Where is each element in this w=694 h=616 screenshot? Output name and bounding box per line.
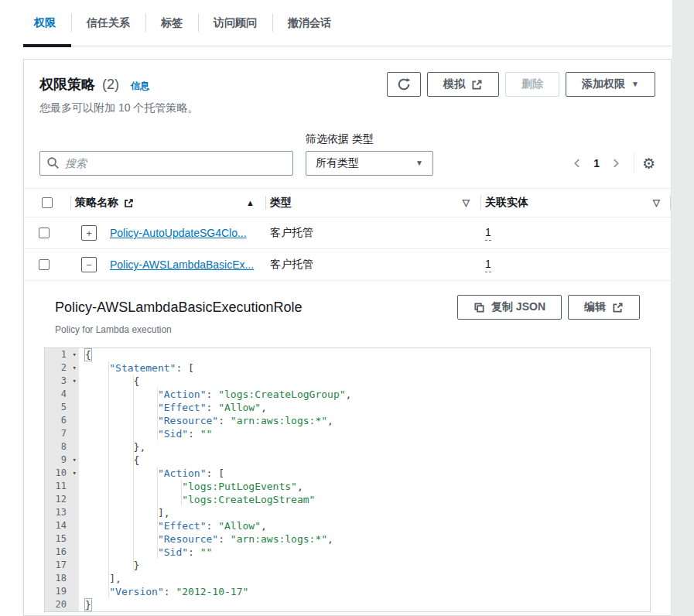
simulate-button[interactable]: 模拟 (427, 72, 499, 97)
json-punctuation: { (134, 454, 140, 466)
json-punctuation: , (327, 533, 333, 545)
line-number-gutter: 14 (45, 519, 79, 532)
code-line: 19"Version": "2012-10-17" (45, 585, 650, 598)
next-page-button[interactable] (606, 158, 626, 169)
column-header-type[interactable]: 类型 ▽ (265, 189, 480, 217)
copy-json-button[interactable]: 复制 JSON (457, 295, 562, 320)
code-content[interactable]: "Resource": "arn:aws:logs:*", (79, 414, 650, 427)
json-string: "Allow" (218, 520, 261, 532)
fold-toggle-icon[interactable]: ▾ (73, 348, 77, 361)
column-header-policy-name[interactable]: 策略名称 ▲ (70, 189, 265, 217)
json-punctuation: : (188, 546, 200, 558)
code-content[interactable]: { (79, 375, 650, 388)
code-content[interactable]: "logs:PutLogEvents", (79, 480, 650, 493)
previous-page-button[interactable] (567, 158, 587, 169)
edit-button[interactable]: 编辑 (568, 295, 640, 320)
code-content[interactable]: } (79, 559, 650, 572)
attached-entities-link[interactable]: 1 (485, 257, 491, 272)
code-content[interactable]: { (79, 453, 650, 467)
line-number-gutter: 17 (45, 559, 79, 572)
line-number-gutter: 12 (45, 493, 79, 506)
code-content[interactable]: "Resource": "arn:aws:logs:*", (79, 532, 650, 546)
json-key: "Statement" (109, 362, 176, 374)
line-number: 17 (56, 560, 67, 570)
type-filter-label: 筛选依据 类型 (306, 132, 433, 146)
delete-button[interactable]: 删除 (505, 72, 559, 97)
code-line: 16"Sid": "" (45, 546, 650, 559)
row-checkbox[interactable] (39, 259, 50, 270)
indent-guide (85, 493, 182, 506)
type-filter-select[interactable]: 所有类型 ▼ (306, 151, 433, 176)
attached-entities-link[interactable]: 1 (485, 225, 491, 240)
code-content[interactable]: "Action": [ (79, 467, 650, 480)
tab-1[interactable]: 权限 (23, 0, 71, 46)
add-permissions-label: 添加权限 (582, 77, 625, 91)
indent-guide (85, 388, 158, 401)
add-permissions-button[interactable]: 添加权限 ▼ (566, 72, 655, 97)
collapse-row-icon[interactable]: − (81, 257, 97, 272)
pagination: 1 ⚙ (567, 151, 655, 176)
search-input[interactable] (39, 151, 293, 176)
tab-2[interactable]: 信任关系 (71, 0, 145, 46)
policy-name-link[interactable]: Policy-AutoUpdateSG4Clo... (110, 227, 247, 239)
code-content[interactable]: ], (79, 572, 650, 585)
code-content[interactable]: "Action": "logs:CreateLogGroup", (79, 388, 650, 401)
code-content[interactable]: }, (79, 440, 650, 453)
indent-guide (85, 453, 134, 467)
code-line: 20} (45, 598, 650, 611)
indent-guide (85, 546, 158, 559)
row-checkbox-cell (24, 228, 70, 238)
info-link[interactable]: 信息 (131, 80, 149, 91)
preferences-gear-icon[interactable]: ⚙ (642, 156, 655, 171)
json-punctuation: { (134, 375, 140, 387)
code-line: 8}, (45, 440, 650, 453)
chevron-down-icon: ▼ (415, 159, 423, 167)
policy-name-link[interactable]: Policy-AWSLambdaBasicEx... (110, 258, 254, 271)
code-content[interactable]: "Effect": "Allow", (79, 401, 650, 414)
table-header-row: 策略名称 ▲ 类型 ▽ 关联实体 ▽ (24, 188, 671, 217)
tab-3[interactable]: 标签 (145, 0, 198, 46)
code-content[interactable]: "Sid": "" (79, 546, 650, 559)
code-content[interactable]: "Sid": "" (79, 427, 650, 440)
code-content[interactable]: "logs:CreateLogStream" (79, 493, 650, 506)
select-all-checkbox[interactable] (42, 197, 53, 208)
code-content[interactable]: "Statement": [ (79, 361, 650, 375)
indent-guide (85, 414, 158, 427)
code-content[interactable]: "Version": "2012-10-17" (79, 585, 650, 598)
permissions-policies-panel: 权限策略 (2) 信息 您最多可以附加 10 个托管策略。 模拟 (23, 59, 672, 616)
column-header-entities[interactable]: 关联实体 ▽ (480, 189, 671, 217)
expand-row-icon[interactable]: + (81, 225, 97, 241)
line-number: 1 (61, 349, 67, 360)
column-filter-icon[interactable]: ▽ (653, 197, 660, 208)
indent-guide (85, 519, 158, 532)
fold-toggle-icon[interactable]: ▾ (73, 375, 77, 388)
refresh-button[interactable] (387, 72, 421, 97)
code-content[interactable]: ], (79, 506, 650, 519)
tab-5[interactable]: 撤消会话 (272, 0, 347, 46)
policies-table: 策略名称 ▲ 类型 ▽ 关联实体 ▽ (24, 188, 671, 281)
external-link-icon (471, 79, 483, 91)
policy-detail-title: Policy-AWSLambdaBasicExecutionRole (55, 295, 302, 320)
fold-toggle-icon[interactable]: ▾ (73, 361, 77, 375)
column-filter-icon[interactable]: ▽ (463, 197, 470, 208)
code-content[interactable]: { (79, 348, 650, 361)
line-number-gutter: 3▾ (45, 375, 79, 388)
line-number: 18 (56, 573, 67, 583)
code-content[interactable]: } (79, 598, 650, 611)
type-filter-value: 所有类型 (316, 156, 359, 170)
fold-toggle-icon[interactable]: ▾ (73, 453, 77, 467)
row-checkbox[interactable] (39, 228, 50, 238)
fold-toggle-icon[interactable]: ▾ (73, 467, 77, 480)
tab-4[interactable]: 访问顾问 (198, 0, 272, 46)
policy-type-value: 客户托管 (270, 258, 313, 272)
pager-divider (634, 153, 634, 173)
json-punctuation: : [ (176, 362, 193, 374)
refresh-icon (397, 77, 411, 91)
code-content[interactable]: "Effect": "Allow", (79, 519, 650, 532)
indent-guide (85, 506, 158, 519)
json-punctuation: }, (134, 441, 146, 453)
json-policy-editor[interactable]: 1▾{2▾"Statement": [3▾{4"Action": "logs:C… (44, 347, 651, 612)
sort-ascending-icon[interactable]: ▲ (246, 198, 255, 207)
page-number[interactable]: 1 (587, 157, 606, 169)
line-number: 19 (56, 586, 67, 597)
